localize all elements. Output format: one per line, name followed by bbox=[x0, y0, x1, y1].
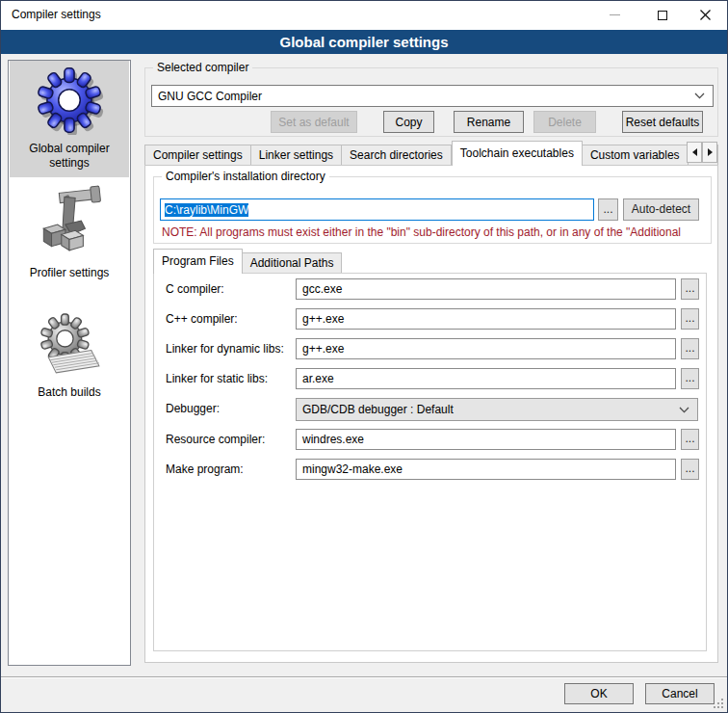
sidebar-item-batch-builds[interactable]: Batch builds bbox=[10, 302, 129, 412]
tab-search-directories[interactable]: Search directories bbox=[342, 145, 452, 166]
tab-program-files[interactable]: Program Files bbox=[153, 249, 243, 274]
browse-install-dir-button[interactable]: ... bbox=[598, 198, 618, 221]
delete-button: Delete bbox=[533, 111, 596, 133]
footer-divider bbox=[0, 676, 728, 678]
browse-resource-compiler-button[interactable]: ... bbox=[681, 429, 699, 450]
blue-gear-icon bbox=[35, 66, 104, 135]
tab-compiler-settings[interactable]: Compiler settings bbox=[144, 145, 251, 166]
cpp-compiler-label: C++ compiler: bbox=[166, 308, 238, 330]
debugger-select-value: GDB/CDB debugger : Default bbox=[297, 403, 679, 416]
sidebar-item-profiler-settings[interactable]: Profiler settings bbox=[10, 177, 129, 293]
browse-make-program-button[interactable]: ... bbox=[681, 459, 699, 480]
tab-toolchain-executables[interactable]: Toolchain executables bbox=[452, 141, 583, 166]
c-compiler-label: C compiler: bbox=[166, 278, 224, 300]
chevron-down-icon bbox=[694, 92, 705, 99]
linker-static-input[interactable]: ar.exe bbox=[296, 368, 676, 389]
copy-button[interactable]: Copy bbox=[383, 111, 434, 133]
selected-compiler-legend: Selected compiler bbox=[153, 61, 252, 74]
maximize-icon bbox=[658, 11, 667, 20]
program-files-page: C compiler: gcc.exe ... C++ compiler: g+… bbox=[153, 273, 707, 651]
install-dir-value: C:\raylib\MinGW bbox=[165, 203, 248, 217]
reset-defaults-button[interactable]: Reset defaults bbox=[622, 111, 703, 133]
ok-button[interactable]: OK bbox=[564, 683, 634, 704]
settings-tabstrip: Compiler settings Linker settings Search… bbox=[144, 141, 718, 166]
settings-category-list: Global compiler settings Profiler settin… bbox=[8, 60, 131, 666]
sidebar-item-global-compiler-settings[interactable]: Global compiler settings bbox=[10, 61, 129, 177]
browse-cpp-compiler-button[interactable]: ... bbox=[681, 308, 699, 330]
maximize-button[interactable] bbox=[647, 0, 678, 30]
arrow-left-icon bbox=[692, 148, 697, 156]
titlebar: Compiler settings bbox=[0, 0, 728, 30]
debugger-select[interactable]: GDB/CDB debugger : Default bbox=[296, 398, 698, 421]
sidebar-item-label: Profiler settings bbox=[10, 266, 129, 280]
browse-linker-dynamic-button[interactable]: ... bbox=[681, 338, 699, 359]
minimize-icon bbox=[610, 14, 620, 15]
cancel-button[interactable]: Cancel bbox=[645, 683, 715, 704]
compiler-select-value: GNU GCC Compiler bbox=[152, 90, 694, 103]
installation-directory-group: Compiler's installation directory C:\ray… bbox=[153, 176, 712, 244]
programs-tabstrip: Program Files Additional Paths bbox=[153, 249, 712, 274]
debugger-label: Debugger: bbox=[166, 398, 220, 419]
tab-additional-paths[interactable]: Additional Paths bbox=[243, 252, 343, 274]
chevron-down-icon bbox=[679, 407, 689, 413]
set-as-default-button: Set as default bbox=[271, 111, 357, 133]
tab-scroll-left-button[interactable] bbox=[687, 142, 702, 163]
make-program-input[interactable]: mingw32-make.exe bbox=[296, 459, 676, 480]
selected-compiler-group: Selected compiler GNU GCC Compiler Set a… bbox=[144, 67, 718, 137]
browse-linker-static-button[interactable]: ... bbox=[681, 368, 699, 389]
sidebar-item-label: Batch builds bbox=[10, 385, 129, 400]
tab-linker-settings[interactable]: Linker settings bbox=[251, 145, 342, 166]
resource-compiler-label: Resource compiler: bbox=[166, 429, 265, 450]
installation-directory-legend: Compiler's installation directory bbox=[162, 170, 329, 183]
linker-dynamic-label: Linker for dynamic libs: bbox=[166, 338, 284, 359]
tab-custom-variables[interactable]: Custom variables bbox=[583, 145, 689, 166]
arrow-right-icon bbox=[708, 148, 713, 156]
rename-button[interactable]: Rename bbox=[454, 111, 524, 133]
c-compiler-input[interactable]: gcc.exe bbox=[296, 278, 676, 300]
sidebar-item-label: Global compiler settings bbox=[10, 142, 129, 171]
make-program-label: Make program: bbox=[166, 459, 244, 480]
close-icon bbox=[700, 10, 711, 20]
batch-builds-gear-icon bbox=[35, 312, 105, 383]
compiler-settings-window: Compiler settings Global compiler settin… bbox=[0, 0, 728, 713]
compiler-select[interactable]: GNU GCC Compiler bbox=[151, 85, 714, 107]
close-button[interactable] bbox=[689, 0, 720, 30]
profiler-caliper-icon bbox=[32, 183, 107, 258]
install-dir-note: NOTE: All programs must exist either in … bbox=[162, 225, 709, 239]
linker-static-label: Linker for static libs: bbox=[166, 368, 268, 389]
resource-compiler-input[interactable]: windres.exe bbox=[296, 429, 676, 450]
auto-detect-button[interactable]: Auto-detect bbox=[623, 198, 699, 221]
browse-c-compiler-button[interactable]: ... bbox=[681, 278, 699, 300]
install-dir-input[interactable]: C:\raylib\MinGW bbox=[160, 198, 594, 221]
window-title: Compiler settings bbox=[12, 8, 101, 21]
toolchain-executables-page: Compiler's installation directory C:\ray… bbox=[144, 165, 718, 663]
page-title: Global compiler settings bbox=[0, 30, 728, 54]
tab-scroll-right-button[interactable] bbox=[702, 142, 717, 163]
cpp-compiler-input[interactable]: g++.exe bbox=[296, 308, 676, 330]
resize-grip[interactable] bbox=[713, 698, 724, 709]
minimize-button[interactable] bbox=[599, 0, 630, 30]
linker-dynamic-input[interactable]: g++.exe bbox=[296, 338, 676, 359]
